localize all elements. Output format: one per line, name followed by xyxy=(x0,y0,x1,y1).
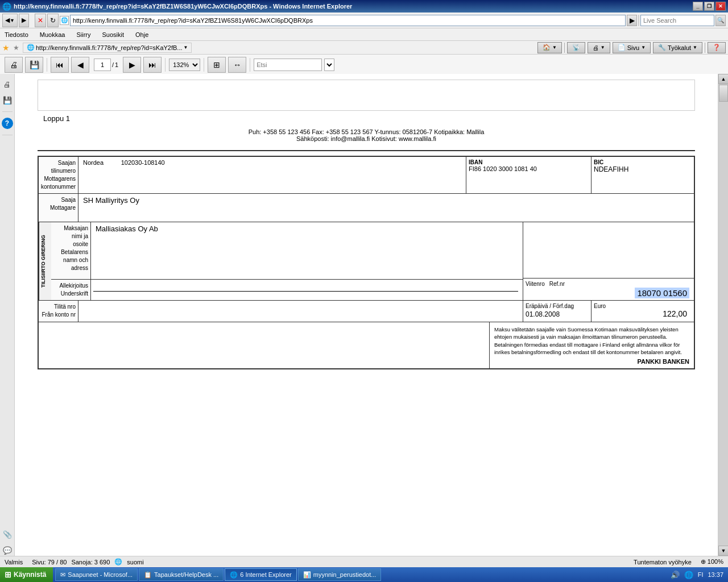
taskbar-items: ✉ Saapuneet - Microsof... 📋 Tapaukset/He… xyxy=(53,568,665,581)
forward-button[interactable]: ▶ xyxy=(19,14,29,27)
sidebar-save-icon[interactable]: 💾 xyxy=(2,94,13,106)
favorites-bar: ★ ★ 🌐 http://kenny.finnvalli.fi:7778/fv_… xyxy=(0,41,728,55)
saaja-value: SH Malliyritys Oy xyxy=(78,194,694,222)
menu-siirry[interactable]: Siirry xyxy=(74,30,93,39)
ref-value-container: 18070 01560 xyxy=(526,288,692,298)
menu-ohje[interactable]: Ohje xyxy=(133,30,151,39)
scroll-thumb[interactable] xyxy=(719,85,728,102)
barcode: // Inline barcode generation - will be r… xyxy=(43,327,485,358)
print-page-button[interactable]: 🖨 xyxy=(5,57,23,73)
favorites-link[interactable]: 🌐 http://kenny.finnvalli.fi:7778/fv_rep/… xyxy=(23,43,192,53)
from-account-fi: Tilitä nro xyxy=(41,303,76,311)
home-button[interactable]: 🏠▼ xyxy=(537,42,562,53)
close-button[interactable]: ✕ xyxy=(715,2,726,11)
address-bar-input[interactable] xyxy=(70,15,626,26)
signature-line xyxy=(93,286,518,292)
content-area: Loppu 1 Puh: +358 55 123 456 Fax: +358 5… xyxy=(15,74,718,556)
page-dropdown[interactable]: ▼ xyxy=(641,45,646,50)
status-middle: Sivu: 79 / 80 Sanoja: 3 690 🌐 suomi xyxy=(32,558,143,566)
save-button[interactable]: 💾 xyxy=(25,57,43,73)
scroll-up-button[interactable]: ▲ xyxy=(718,74,728,84)
search-input[interactable] xyxy=(254,59,322,71)
stop-button[interactable]: ✕ xyxy=(35,14,46,27)
iban-value: FI86 1020 3000 1081 40 xyxy=(469,165,589,172)
scroll-down-button[interactable]: ▼ xyxy=(718,546,728,556)
fav-link-label: http://kenny.finnvalli.fi:7778/fv_rep/re… xyxy=(36,44,183,51)
signature-label-cell: Allekirjoitus Underskrift xyxy=(51,280,91,300)
payer-label-sv1: Betalarens xyxy=(53,248,88,256)
sidebar-comment-icon[interactable]: 💬 xyxy=(2,544,13,556)
zoom-select[interactable]: 50% 75% 100% 132% 150% 200% xyxy=(169,59,200,71)
amount-label: Euro xyxy=(594,303,692,309)
task-icon-2: 🌐 xyxy=(230,571,238,579)
favicon: 🌐 xyxy=(60,16,69,25)
sidebar-help-icon[interactable]: ? xyxy=(2,118,13,129)
task-label-0: Saapuneet - Microsof... xyxy=(68,571,133,578)
minimize-button[interactable]: _ xyxy=(693,2,703,11)
add-favorites-star[interactable]: ★ xyxy=(2,43,10,52)
search-go-button[interactable]: 🔍 xyxy=(715,15,726,26)
restore-button[interactable]: ❐ xyxy=(704,2,714,11)
total-pages: 1 xyxy=(115,61,118,68)
saaja-label-sv: Mottagare xyxy=(41,204,76,212)
go-button[interactable]: ▶ xyxy=(627,15,637,26)
refresh-button[interactable]: ↻ xyxy=(47,14,59,27)
ref-label-sv: Ref.nr xyxy=(549,281,565,287)
taskbar-item-0[interactable]: ✉ Saapuneet - Microsof... xyxy=(55,568,138,581)
main-divider xyxy=(38,150,695,151)
scrollbar[interactable]: ▲ ▼ xyxy=(718,74,728,556)
tools-dropdown[interactable]: ▼ xyxy=(693,45,697,50)
tools-icon: 🔧 xyxy=(658,44,666,51)
toolbar-separator-1 xyxy=(47,58,47,72)
due-date-value: 01.08.2008 xyxy=(526,309,589,319)
title-bar: 🌐 http://kenny.finnvalli.fi:7778/fv_rep/… xyxy=(0,0,728,13)
ref-section: Viitenro Ref.nr 18070 01560 xyxy=(523,278,694,300)
amount-value: 122,00 xyxy=(594,309,692,318)
status-bar: Valmis Sivu: 79 / 80 Sanoja: 3 690 🌐 suo… xyxy=(0,556,728,567)
help-icon: ❓ xyxy=(713,44,721,51)
taskbar-item-1[interactable]: 📋 Tapaukset/HelpDesk ... xyxy=(139,568,224,581)
fav-dropdown-icon[interactable]: ▼ xyxy=(184,45,188,50)
due-date-fi: Eräpäivä xyxy=(526,303,548,309)
taskbar-item-3[interactable]: 📊 myynnin_perustiedot... xyxy=(298,568,382,581)
nav-bar: ◀ ▼ ▶ ✕ ↻ 🌐 ▶ 🔍 xyxy=(0,13,728,28)
print-button[interactable]: 🖨▼ xyxy=(588,42,610,53)
tools-button[interactable]: 🔧 Työkalut▼ xyxy=(653,42,702,53)
sidebar-print-icon[interactable]: 🖨 xyxy=(2,78,13,90)
home-dropdown[interactable]: ▼ xyxy=(552,45,557,50)
task-icon-3: 📊 xyxy=(303,571,311,579)
last-page-button[interactable]: ⏭ xyxy=(143,57,162,73)
page-button[interactable]: 📄 Sivu▼ xyxy=(613,42,651,53)
start-button[interactable]: ⊞ Käynnistä xyxy=(0,567,53,582)
fit-width-button[interactable]: ↔ xyxy=(228,57,246,73)
sidebar-attach-icon[interactable]: 📎 xyxy=(2,529,13,540)
due-date-labels: Eräpäivä / Förf.dag xyxy=(526,303,589,309)
current-page-input[interactable] xyxy=(94,59,111,71)
back-button[interactable]: ◀ ▼ xyxy=(2,14,18,27)
account-label-sv: Mottagarens kontonummer xyxy=(41,175,76,191)
feeds-button[interactable]: 📡 xyxy=(567,42,585,53)
menu-suosikit[interactable]: Suosikit xyxy=(100,30,127,39)
help-button[interactable]: ❓ xyxy=(708,42,726,53)
first-page-button[interactable]: ⏮ xyxy=(51,57,69,73)
payer-label-sv2: namn och xyxy=(53,256,88,264)
prev-page-button[interactable]: ◀ xyxy=(71,57,89,73)
amount-section: Euro 122,00 xyxy=(592,301,694,322)
payer-label-cell: Maksajan nimi ja osoite Betalarens namn … xyxy=(51,222,91,279)
live-search-input[interactable] xyxy=(640,15,714,26)
loppu-label: Loppu 1 xyxy=(43,114,695,123)
fit-page-button[interactable]: ⊞ xyxy=(208,57,226,73)
scroll-track[interactable] xyxy=(718,84,728,546)
menu-muokkaa[interactable]: Muokkaa xyxy=(38,30,68,39)
next-page-button[interactable]: ▶ xyxy=(123,57,141,73)
systray-icon-1: 🔊 xyxy=(671,571,680,579)
taskbar-item-2[interactable]: 🌐 6 Internet Explorer xyxy=(225,568,297,581)
print-dropdown[interactable]: ▼ xyxy=(601,45,605,50)
windows-logo: ⊞ xyxy=(5,570,11,579)
search-dropdown[interactable]: ▼ xyxy=(324,59,334,71)
favorites-icon[interactable]: ★ xyxy=(13,44,19,52)
from-account-sv: Från konto nr xyxy=(41,311,76,319)
due-date-sv-label: Förf.dag xyxy=(553,303,574,309)
menu-bar: Tiedosto Muokkaa Siirry Suosikit Ohje xyxy=(0,28,728,41)
menu-tiedosto[interactable]: Tiedosto xyxy=(2,30,31,39)
